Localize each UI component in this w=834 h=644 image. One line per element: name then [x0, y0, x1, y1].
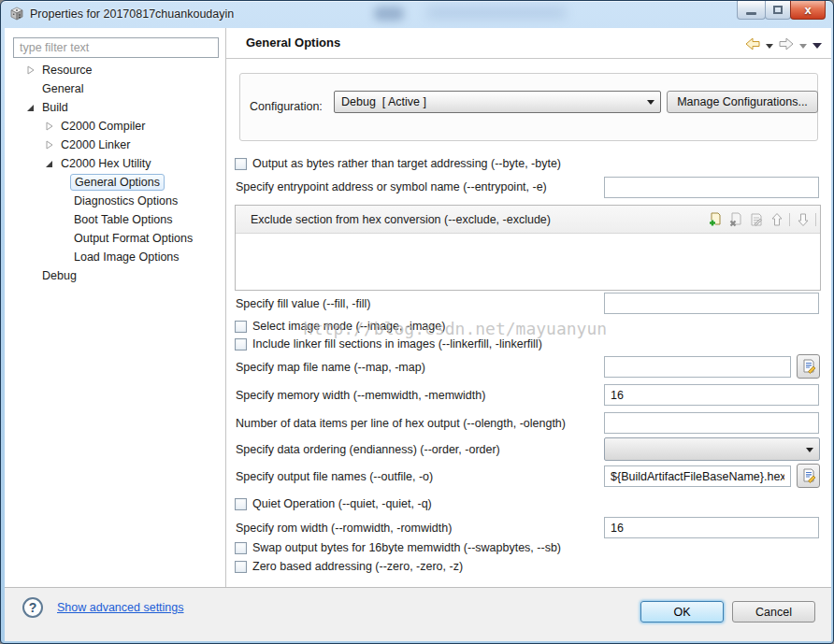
olength-label: Number of data items per line of hex out… — [236, 417, 566, 430]
image-mode-label: Select image mode (--image, -image) — [252, 320, 445, 333]
swapbytes-checkbox[interactable] — [235, 542, 247, 554]
minimize-button[interactable] — [737, 1, 766, 20]
image-mode-checkbox-row: Select image mode (--image, -image) — [235, 320, 445, 333]
filter-input[interactable] — [13, 37, 219, 58]
outfile-browse-button[interactable] — [797, 464, 820, 488]
close-button[interactable]: x — [790, 1, 826, 20]
quiet-label: Quiet Operation (--quiet, -quiet, -q) — [252, 497, 432, 510]
manage-configurations-button[interactable]: Manage Configurations... — [667, 91, 818, 113]
data-ordering-select[interactable] — [604, 437, 820, 461]
toolbar-separator — [789, 213, 790, 226]
tree-expanded-icon[interactable] — [25, 102, 38, 113]
ok-button[interactable]: OK — [640, 601, 724, 623]
fill-value-input[interactable] — [604, 293, 819, 314]
exclude-section-header: Exclude section from hex conversion (--e… — [236, 206, 820, 234]
configuration-label: Configuration: — [250, 100, 323, 113]
tree-item-general-options[interactable]: General Options — [5, 173, 224, 192]
zero-checkbox[interactable] — [235, 561, 247, 573]
tree-collapsed-icon[interactable] — [25, 64, 38, 76]
window-dice-icon — [9, 7, 24, 21]
cancel-button[interactable]: Cancel — [732, 601, 815, 623]
move-up-icon[interactable] — [769, 211, 784, 227]
tree-item-boot-table-options[interactable]: Boot Table Options — [5, 210, 224, 229]
forward-history-dropdown-icon[interactable] — [799, 44, 807, 49]
sidebar: Resource General Build C2000 Compiler C2… — [5, 28, 225, 587]
tree-item-c2000-linker[interactable]: C2000 Linker — [5, 136, 224, 154]
forward-icon[interactable] — [779, 36, 794, 55]
page-title: General Options — [246, 36, 340, 50]
map-file-browse-button[interactable] — [797, 354, 820, 379]
linkerfill-label: Include linker fill sections in images (… — [252, 337, 542, 351]
show-advanced-settings-link[interactable]: Show advanced settings — [57, 601, 184, 614]
page-header: General Options — [226, 28, 831, 59]
back-icon[interactable] — [745, 36, 760, 55]
memwidth-input[interactable] — [604, 384, 819, 406]
toolbar-separator — [815, 213, 816, 226]
image-mode-checkbox[interactable] — [235, 321, 247, 333]
maximize-button[interactable] — [765, 1, 791, 20]
memwidth-label: Specify memory width (--memwidth, -memwi… — [236, 389, 485, 402]
help-icon[interactable]: ? — [22, 597, 43, 618]
configuration-select[interactable]: Debug [ Active ] — [334, 91, 661, 113]
configuration-value: Debug [ Active ] — [341, 95, 426, 108]
exclude-section-list[interactable] — [236, 234, 820, 290]
maximize-icon — [773, 6, 783, 14]
back-history-dropdown-icon[interactable] — [766, 44, 773, 49]
byte-checkbox-row: Output as bytes rather than target addre… — [235, 157, 561, 170]
chevron-down-icon — [647, 100, 654, 105]
content-panel: General Options Configuration: Debug [ A… — [226, 28, 831, 587]
minimize-icon — [746, 12, 756, 15]
exclude-toolbar — [707, 211, 816, 227]
fill-value-label: Specify fill value (--fill, -fill) — [236, 297, 370, 310]
tree-item-general[interactable]: General — [5, 79, 224, 98]
add-icon[interactable] — [707, 211, 723, 227]
header-nav — [745, 36, 822, 55]
romwidth-input[interactable] — [604, 517, 819, 538]
remove-icon[interactable] — [727, 211, 743, 227]
tree-item-c2000-hex-utility[interactable]: C2000 Hex Utility — [5, 154, 224, 173]
byte-checkbox[interactable] — [235, 158, 247, 170]
close-icon: x — [804, 2, 811, 19]
tree-item-resource[interactable]: Resource — [5, 61, 224, 79]
linkerfill-checkbox[interactable] — [235, 338, 247, 351]
olength-input[interactable] — [604, 412, 819, 434]
configuration-group: Configuration: Debug [ Active ] Manage C… — [239, 73, 818, 141]
move-down-icon[interactable] — [795, 211, 811, 227]
data-ordering-label: Specify data ordering (endianness) (--or… — [236, 443, 500, 456]
tree-item-debug[interactable]: Debug — [5, 266, 224, 285]
edit-icon[interactable] — [748, 211, 764, 227]
tree-item-output-format-options[interactable]: Output Format Options — [5, 229, 224, 248]
footer-bar: ? Show advanced settings OK Cancel — [5, 587, 831, 641]
chevron-down-icon — [806, 448, 813, 452]
tree-collapsed-icon[interactable] — [44, 139, 57, 150]
outfile-input[interactable] — [604, 465, 791, 487]
quiet-checkbox[interactable] — [235, 498, 247, 510]
outfile-label: Specify output file names (--outfile, -o… — [236, 470, 433, 483]
blurred-text-smudge — [374, 7, 404, 21]
entrypoint-label: Specify entrypoint address or symbol nam… — [236, 180, 547, 193]
view-menu-icon[interactable] — [812, 43, 822, 49]
exclude-section-group: Exclude section from hex conversion (--e… — [235, 205, 821, 291]
map-file-label: Specify map file name (--map, -map) — [236, 361, 425, 374]
tree-item-build[interactable]: Build — [5, 98, 224, 117]
tree-spacer — [25, 270, 38, 281]
swapbytes-checkbox-row: Swap output bytes for 16byte memwidth (-… — [235, 541, 561, 554]
entrypoint-input[interactable] — [604, 177, 819, 198]
tree-collapsed-icon[interactable] — [44, 121, 57, 132]
browse-variables-icon — [801, 359, 816, 374]
quiet-checkbox-row: Quiet Operation (--quiet, -quiet, -q) — [235, 497, 432, 510]
tree-item-load-image-options[interactable]: Load Image Options — [5, 248, 224, 266]
zero-checkbox-row: Zero based addressing (--zero, -zero, -z… — [235, 560, 463, 573]
swapbytes-label: Swap output bytes for 16byte memwidth (-… — [252, 541, 561, 554]
window-controls: x — [738, 1, 826, 20]
window-title: Properties for 20170817chuankoudayin — [30, 7, 234, 21]
dialog-body: Resource General Build C2000 Compiler C2… — [5, 28, 831, 641]
tree-expanded-icon[interactable] — [44, 158, 57, 169]
browse-variables-icon — [801, 468, 816, 483]
titlebar[interactable]: Properties for 20170817chuankoudayin x — [1, 1, 833, 27]
tree-item-diagnostics-options[interactable]: Diagnostics Options — [5, 192, 224, 210]
linkerfill-checkbox-row: Include linker fill sections in images (… — [235, 337, 542, 351]
map-file-input[interactable] — [604, 356, 791, 378]
tree-item-c2000-compiler[interactable]: C2000 Compiler — [5, 117, 224, 136]
romwidth-label: Specify rom width (--romwidth, -romwidth… — [236, 522, 452, 535]
